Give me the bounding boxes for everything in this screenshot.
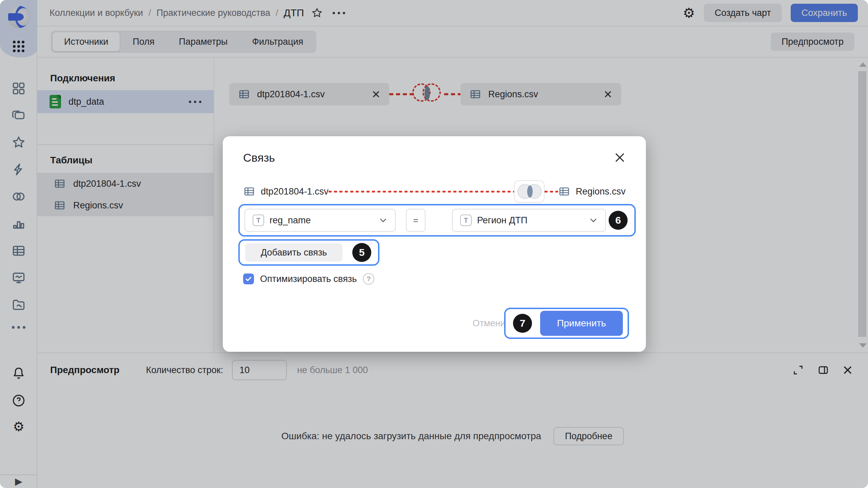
- table-icon: [243, 185, 255, 198]
- link-modal: Связь dtp201804-1.csv Regions.csv: [223, 136, 646, 352]
- modal-title: Связь: [243, 151, 275, 164]
- annotation-box-apply: 7 Применить: [504, 308, 629, 339]
- left-field-value: reg_name: [270, 215, 311, 226]
- optimize-checkbox[interactable]: [243, 273, 254, 284]
- optimize-label: Оптимизировать связь: [260, 274, 357, 284]
- field-type-string-icon: T: [253, 215, 264, 226]
- modal-footer: Отменить 7 Применить: [243, 308, 626, 339]
- check-icon: [245, 275, 252, 283]
- close-icon: [614, 152, 626, 163]
- right-field-select[interactable]: T Регион ДТП: [452, 209, 606, 232]
- chevron-down-icon: [379, 216, 388, 225]
- right-field-value: Регион ДТП: [477, 215, 527, 226]
- join-line: [329, 191, 514, 192]
- operator-button[interactable]: =: [406, 209, 426, 232]
- apply-button[interactable]: Применить: [540, 311, 623, 336]
- join-line: [545, 191, 558, 192]
- optimize-help-icon[interactable]: ?: [363, 273, 374, 285]
- chevron-down-icon: [589, 216, 598, 225]
- add-link-button[interactable]: Добавить связь: [245, 243, 342, 262]
- modal-close-button[interactable]: [614, 152, 626, 163]
- annotation-badge-6: 6: [609, 211, 628, 230]
- annotation-box-add-link: Добавить связь 5: [238, 239, 379, 266]
- table-icon: [558, 185, 570, 198]
- join-type-button[interactable]: [514, 180, 545, 203]
- annotation-badge-5: 5: [352, 243, 371, 262]
- optimize-row: Оптимизировать связь ?: [243, 273, 626, 285]
- modal-tables-row: dtp201804-1.csv Regions.csv: [243, 180, 626, 203]
- field-type-string-icon: T: [460, 215, 472, 226]
- annotation-box-condition: T reg_name = T Регион ДТП 6: [238, 204, 636, 237]
- annotation-badge-7: 7: [513, 314, 532, 333]
- modal-right-table-name: Regions.csv: [576, 186, 626, 197]
- left-field-select[interactable]: T reg_name: [244, 209, 396, 232]
- app-window: ⚙ ▶ Коллекции и воркбуки / Практические …: [0, 0, 868, 488]
- modal-left-table-name: dtp201804-1.csv: [261, 186, 329, 197]
- venn-intersection: [527, 185, 533, 198]
